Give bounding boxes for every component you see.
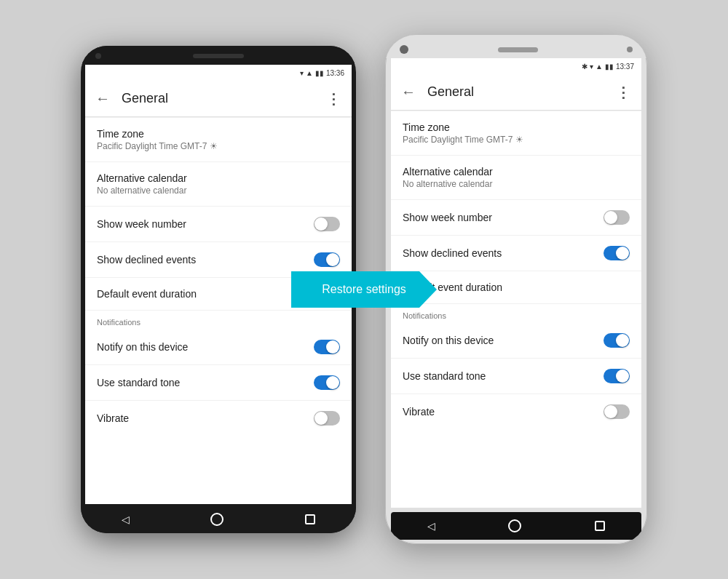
left-notify-device-knob: [326, 340, 339, 354]
right-week-number-label: Show week number: [403, 212, 492, 223]
right-setting-standard-tone[interactable]: Use standard tone: [391, 359, 641, 394]
right-vibrate-toggle[interactable]: [604, 404, 630, 419]
left-nav-square[interactable]: [305, 514, 315, 524]
left-settings-content: Time zone Pacific Daylight Time GMT-7 ☀ …: [85, 118, 352, 504]
time-right: 13:37: [616, 63, 634, 71]
left-notify-device-toggle[interactable]: [314, 340, 340, 354]
left-vibrate-knob: [314, 412, 328, 425]
right-declined-events-toggle[interactable]: [604, 246, 630, 260]
left-phone-bottom: ◁: [81, 504, 356, 533]
front-camera-right: [400, 45, 408, 54]
left-alt-calendar-value: No alternative calendar: [97, 185, 340, 196]
left-setting-notify-device[interactable]: Notify on this device: [85, 330, 352, 364]
left-app-title: General: [122, 91, 314, 106]
left-declined-events-label: Show declined events: [97, 254, 196, 265]
right-vibrate-label: Vibrate: [403, 406, 435, 418]
signal-icon-r: ▲: [596, 63, 603, 71]
bt-icon: ✱: [582, 63, 587, 71]
right-standard-tone-toggle[interactable]: [604, 369, 630, 383]
right-status-icons: ✱ ▾ ▲ ▮▮ 13:37: [582, 63, 634, 71]
left-declined-events-knob: [326, 253, 339, 266]
right-nav-back[interactable]: ◁: [427, 520, 435, 532]
left-back-button[interactable]: ←: [95, 90, 110, 107]
right-app-bar: ← General ⋮: [391, 74, 641, 111]
scene: ▾ ▲ ▮▮ 13:36 ← General ⋮ Time zone Pacif…: [0, 0, 728, 579]
sensor-right: [627, 47, 633, 52]
left-setting-standard-tone[interactable]: Use standard tone: [85, 365, 352, 400]
right-setting-week-number[interactable]: Show week number: [391, 200, 641, 235]
right-setting-alt-calendar[interactable]: Alternative calendar No alternative cale…: [391, 156, 641, 199]
left-status-icons: ▾ ▲ ▮▮ 13:36: [300, 69, 344, 77]
front-camera-left: [95, 53, 101, 59]
left-timezone-label: Time zone: [97, 128, 340, 140]
left-standard-tone-knob: [326, 376, 339, 389]
right-week-number-toggle[interactable]: [604, 210, 630, 225]
left-setting-alt-calendar[interactable]: Alternative calendar No alternative cale…: [85, 162, 352, 206]
right-back-button[interactable]: ←: [401, 84, 416, 100]
right-declined-events-knob: [616, 247, 629, 260]
left-app-bar: ← General ⋮: [85, 81, 352, 117]
left-week-number-label: Show week number: [97, 218, 186, 230]
right-phone-top: [385, 35, 647, 58]
right-phone-bottom: ◁: [391, 512, 641, 540]
left-standard-tone-toggle[interactable]: [314, 375, 340, 390]
left-nav-back[interactable]: ◁: [122, 514, 130, 525]
right-setting-vibrate[interactable]: Vibrate: [391, 394, 641, 429]
right-settings-content: Time zone Pacific Daylight Time GMT-7 ☀ …: [391, 111, 641, 508]
right-nav-home[interactable]: [508, 519, 521, 532]
right-week-number-knob: [604, 211, 617, 224]
left-setting-week-number[interactable]: Show week number: [85, 207, 352, 241]
speaker-left: [193, 54, 244, 58]
right-notify-device-label: Notify on this device: [403, 335, 494, 346]
time-left: 13:36: [326, 69, 344, 77]
left-vibrate-label: Vibrate: [97, 412, 129, 424]
left-week-number-knob: [314, 217, 328, 231]
left-vibrate-toggle[interactable]: [314, 411, 340, 426]
restore-button-wrap: Restore settings: [291, 271, 437, 308]
left-notifications-header: Notifications: [85, 311, 352, 330]
right-status-bar: ✱ ▾ ▲ ▮▮ 13:37: [391, 58, 641, 74]
left-nav-home[interactable]: [210, 513, 223, 526]
right-notify-device-toggle[interactable]: [604, 333, 630, 348]
left-more-button[interactable]: ⋮: [326, 90, 341, 108]
battery-icon: ▮▮: [315, 69, 324, 77]
wifi-icon-r: ▾: [590, 63, 593, 71]
battery-icon-r: ▮▮: [605, 63, 614, 71]
right-notify-device-knob: [616, 334, 629, 347]
right-standard-tone-label: Use standard tone: [403, 370, 486, 382]
right-setting-declined-events[interactable]: Show declined events: [391, 236, 641, 271]
left-notify-device-label: Notify on this device: [97, 341, 188, 353]
right-standard-tone-knob: [616, 370, 629, 383]
left-standard-tone-label: Use standard tone: [97, 377, 180, 388]
left-setting-vibrate[interactable]: Vibrate: [85, 401, 352, 436]
right-declined-events-label: Show declined events: [403, 247, 502, 259]
right-app-title: General: [427, 84, 604, 100]
left-timezone-value: Pacific Daylight Time GMT-7 ☀: [97, 141, 340, 151]
left-week-number-toggle[interactable]: [314, 217, 340, 231]
restore-button[interactable]: Restore settings: [291, 271, 437, 308]
left-alt-calendar-label: Alternative calendar: [97, 172, 340, 184]
right-alt-calendar-value: No alternative calendar: [403, 179, 630, 189]
left-declined-events-toggle[interactable]: [314, 252, 340, 267]
signal-icon: ▲: [306, 69, 313, 77]
wifi-icon: ▾: [300, 69, 304, 77]
left-status-bar: ▾ ▲ ▮▮ 13:36: [85, 65, 352, 81]
right-timezone-value: Pacific Daylight Time GMT-7 ☀: [403, 135, 630, 145]
right-setting-notify-device[interactable]: Notify on this device: [391, 323, 641, 358]
left-phone-top: [81, 46, 356, 65]
right-more-button[interactable]: ⋮: [616, 84, 631, 101]
right-setting-timezone[interactable]: Time zone Pacific Daylight Time GMT-7 ☀: [391, 111, 641, 155]
right-alt-calendar-label: Alternative calendar: [403, 166, 630, 177]
speaker-right: [498, 47, 538, 52]
right-timezone-label: Time zone: [403, 121, 630, 133]
right-vibrate-knob: [604, 405, 617, 418]
left-setting-timezone[interactable]: Time zone Pacific Daylight Time GMT-7 ☀: [85, 118, 352, 161]
right-nav-square[interactable]: [595, 521, 605, 531]
